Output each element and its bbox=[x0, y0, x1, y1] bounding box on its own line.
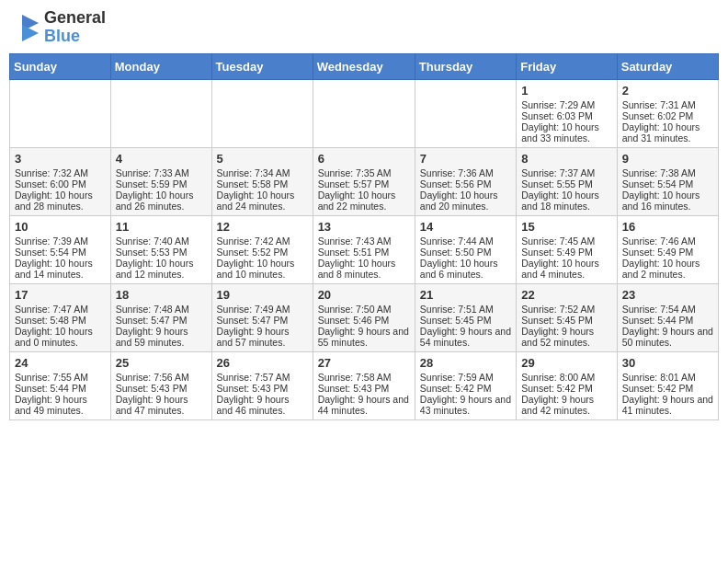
day-number: 8 bbox=[521, 152, 612, 166]
week-row-3: 10Sunrise: 7:39 AMSunset: 5:54 PMDayligh… bbox=[10, 215, 719, 283]
daylight-info: Daylight: 10 hours and 0 minutes. bbox=[15, 326, 106, 348]
sunrise-info: Sunrise: 7:59 AM bbox=[420, 372, 511, 383]
day-number: 14 bbox=[420, 220, 511, 234]
daylight-info: Daylight: 10 hours and 2 minutes. bbox=[622, 258, 713, 280]
day-number: 16 bbox=[622, 220, 713, 234]
logo-blue-label: Blue bbox=[44, 28, 106, 46]
day-number: 2 bbox=[622, 84, 713, 98]
sunset-info: Sunset: 5:57 PM bbox=[318, 178, 410, 190]
calendar-cell: 29Sunrise: 8:00 AMSunset: 5:42 PMDayligh… bbox=[517, 351, 618, 419]
calendar-cell: 8Sunrise: 7:37 AMSunset: 5:55 PMDaylight… bbox=[517, 147, 618, 215]
sunset-info: Sunset: 5:56 PM bbox=[420, 178, 511, 190]
weekday-header-tuesday: Tuesday bbox=[211, 53, 313, 79]
sunrise-info: Sunrise: 7:46 AM bbox=[622, 236, 713, 247]
day-number: 5 bbox=[217, 152, 308, 166]
day-number: 30 bbox=[622, 356, 713, 370]
weekday-header-monday: Monday bbox=[110, 53, 211, 79]
sunset-info: Sunset: 6:03 PM bbox=[521, 110, 612, 121]
day-number: 20 bbox=[318, 288, 410, 302]
sunrise-info: Sunrise: 7:44 AM bbox=[420, 236, 511, 247]
day-number: 1 bbox=[521, 84, 612, 98]
sunrise-info: Sunrise: 7:37 AM bbox=[521, 167, 612, 178]
daylight-info: Daylight: 9 hours and 57 minutes. bbox=[217, 326, 308, 348]
calendar-cell: 15Sunrise: 7:45 AMSunset: 5:49 PMDayligh… bbox=[517, 215, 618, 283]
svg-marker-1 bbox=[22, 25, 39, 41]
sunset-info: Sunset: 5:47 PM bbox=[217, 315, 308, 326]
daylight-info: Daylight: 9 hours and 43 minutes. bbox=[420, 394, 511, 416]
day-number: 15 bbox=[521, 220, 612, 234]
sunset-info: Sunset: 5:45 PM bbox=[521, 315, 612, 326]
calendar-cell: 14Sunrise: 7:44 AMSunset: 5:50 PMDayligh… bbox=[415, 215, 516, 283]
logo-general-label: General bbox=[44, 9, 106, 28]
sunrise-info: Sunrise: 7:54 AM bbox=[622, 304, 713, 315]
sunset-info: Sunset: 6:02 PM bbox=[622, 110, 713, 121]
sunrise-info: Sunrise: 8:00 AM bbox=[521, 372, 612, 383]
sunset-info: Sunset: 5:43 PM bbox=[318, 383, 410, 394]
calendar-cell: 5Sunrise: 7:34 AMSunset: 5:58 PMDaylight… bbox=[211, 147, 313, 215]
day-number: 29 bbox=[521, 356, 612, 370]
day-number: 18 bbox=[116, 288, 207, 302]
sunset-info: Sunset: 5:50 PM bbox=[420, 247, 511, 258]
daylight-info: Daylight: 10 hours and 10 minutes. bbox=[217, 258, 308, 280]
day-number: 23 bbox=[622, 288, 713, 302]
sunrise-info: Sunrise: 8:01 AM bbox=[622, 372, 713, 383]
daylight-info: Daylight: 9 hours and 50 minutes. bbox=[622, 326, 713, 348]
logo: GeneralBlue bbox=[13, 9, 106, 46]
daylight-info: Daylight: 10 hours and 24 minutes. bbox=[217, 190, 308, 212]
sunset-info: Sunset: 5:47 PM bbox=[116, 315, 207, 326]
calendar-cell: 28Sunrise: 7:59 AMSunset: 5:42 PMDayligh… bbox=[415, 351, 516, 419]
daylight-info: Daylight: 10 hours and 12 minutes. bbox=[116, 258, 207, 280]
daylight-info: Daylight: 9 hours and 41 minutes. bbox=[622, 394, 713, 416]
day-number: 22 bbox=[521, 288, 612, 302]
daylight-info: Daylight: 10 hours and 20 minutes. bbox=[420, 190, 511, 212]
sunrise-info: Sunrise: 7:47 AM bbox=[15, 304, 106, 315]
sunrise-info: Sunrise: 7:51 AM bbox=[420, 304, 511, 315]
calendar-cell: 26Sunrise: 7:57 AMSunset: 5:43 PMDayligh… bbox=[211, 351, 313, 419]
sunrise-info: Sunrise: 7:36 AM bbox=[420, 167, 511, 178]
day-number: 26 bbox=[217, 356, 308, 370]
sunset-info: Sunset: 5:49 PM bbox=[521, 247, 612, 258]
daylight-info: Daylight: 10 hours and 8 minutes. bbox=[318, 258, 410, 280]
sunset-info: Sunset: 5:52 PM bbox=[217, 247, 308, 258]
sunrise-info: Sunrise: 7:34 AM bbox=[217, 167, 308, 178]
sunrise-info: Sunrise: 7:39 AM bbox=[15, 236, 106, 247]
day-number: 28 bbox=[420, 356, 511, 370]
sunrise-info: Sunrise: 7:38 AM bbox=[622, 167, 713, 178]
sunset-info: Sunset: 5:54 PM bbox=[622, 178, 713, 190]
sunset-info: Sunset: 5:58 PM bbox=[217, 178, 308, 190]
day-number: 12 bbox=[217, 220, 308, 234]
calendar-cell: 6Sunrise: 7:35 AMSunset: 5:57 PMDaylight… bbox=[313, 147, 415, 215]
calendar-table: SundayMondayTuesdayWednesdayThursdayFrid… bbox=[9, 53, 719, 420]
daylight-info: Daylight: 10 hours and 31 minutes. bbox=[622, 121, 713, 144]
daylight-info: Daylight: 9 hours and 52 minutes. bbox=[521, 326, 612, 348]
daylight-info: Daylight: 9 hours and 44 minutes. bbox=[318, 394, 410, 416]
calendar-cell bbox=[211, 79, 313, 147]
sunset-info: Sunset: 5:54 PM bbox=[15, 247, 106, 258]
calendar-cell: 24Sunrise: 7:55 AMSunset: 5:44 PMDayligh… bbox=[10, 351, 111, 419]
sunset-info: Sunset: 5:45 PM bbox=[420, 315, 511, 326]
sunrise-info: Sunrise: 7:45 AM bbox=[521, 236, 612, 247]
calendar-cell: 18Sunrise: 7:48 AMSunset: 5:47 PMDayligh… bbox=[110, 283, 211, 351]
calendar-cell: 1Sunrise: 7:29 AMSunset: 6:03 PMDaylight… bbox=[517, 79, 618, 147]
sunset-info: Sunset: 5:42 PM bbox=[521, 383, 612, 394]
sunrise-info: Sunrise: 7:49 AM bbox=[217, 304, 308, 315]
calendar-cell bbox=[313, 79, 415, 147]
calendar-cell: 9Sunrise: 7:38 AMSunset: 5:54 PMDaylight… bbox=[617, 147, 718, 215]
calendar-cell: 25Sunrise: 7:56 AMSunset: 5:43 PMDayligh… bbox=[110, 351, 211, 419]
sunrise-info: Sunrise: 7:35 AM bbox=[318, 167, 410, 178]
day-number: 17 bbox=[15, 288, 106, 302]
sunset-info: Sunset: 6:00 PM bbox=[15, 178, 106, 190]
sunset-info: Sunset: 5:42 PM bbox=[622, 383, 713, 394]
day-number: 19 bbox=[217, 288, 308, 302]
weekday-header-row: SundayMondayTuesdayWednesdayThursdayFrid… bbox=[10, 53, 719, 79]
sunrise-info: Sunrise: 7:42 AM bbox=[217, 236, 308, 247]
page-header: GeneralBlue bbox=[9, 9, 719, 46]
sunrise-info: Sunrise: 7:40 AM bbox=[116, 236, 207, 247]
sunrise-info: Sunrise: 7:55 AM bbox=[15, 372, 106, 383]
day-number: 27 bbox=[318, 356, 410, 370]
logo-text-block: GeneralBlue bbox=[44, 9, 106, 46]
weekday-header-thursday: Thursday bbox=[415, 53, 516, 79]
calendar-cell: 12Sunrise: 7:42 AMSunset: 5:52 PMDayligh… bbox=[211, 215, 313, 283]
weekday-header-wednesday: Wednesday bbox=[313, 53, 415, 79]
logo-svg-icon bbox=[13, 10, 40, 45]
